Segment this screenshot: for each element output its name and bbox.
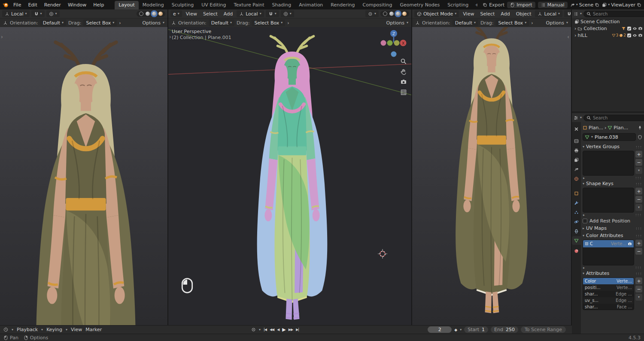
outliner-search-input[interactable] <box>593 12 644 16</box>
subpanel-closed-icon[interactable]: ▸ <box>583 213 585 217</box>
menu-select[interactable]: Select <box>478 11 497 17</box>
shield-icon[interactable] <box>638 135 642 140</box>
menu-view[interactable]: View <box>184 11 199 17</box>
workspace-tab-layout[interactable]: Layout <box>115 1 138 9</box>
properties-search[interactable] <box>583 115 644 121</box>
outliner-row-collection[interactable]: › Collection <box>572 25 644 32</box>
options-dropdown[interactable]: Options <box>386 20 404 26</box>
vertex-groups-list[interactable] <box>583 151 634 176</box>
panel-header-attributes[interactable]: ▾ Attributes <box>583 270 642 277</box>
render-color-icon[interactable] <box>628 242 632 246</box>
outliner-row-object[interactable]: › hILL 3 2 <box>572 32 644 39</box>
workspace-tab-scripting[interactable]: Scripting <box>444 1 472 9</box>
menu-select[interactable]: Select <box>201 11 220 17</box>
attributes-list[interactable]: Color Verte... positi... Verte... shar..… <box>583 277 634 310</box>
transform-orientation-dropdown[interactable]: Local ▾ <box>535 10 562 17</box>
options-dropdown[interactable]: Options <box>143 20 161 26</box>
panel-grip-icon[interactable] <box>635 234 642 237</box>
color-attributes-list[interactable]: C Verte... <box>583 240 634 265</box>
viewport-center-canvas[interactable]: › User Perspective (2) Collection | Plan… <box>168 27 411 325</box>
checkbox-icon[interactable] <box>627 26 632 31</box>
viewport-right-canvas[interactable]: ‹ <box>412 27 571 325</box>
auto-keyframe-icon[interactable] <box>251 327 256 332</box>
add-workspace-button[interactable]: + <box>472 1 477 9</box>
panel-header-vertex-groups[interactable]: ▾ Vertex Groups <box>583 143 642 150</box>
tab-object-data-properties[interactable] <box>572 236 581 245</box>
attribute-row[interactable]: Color Verte... <box>583 278 634 284</box>
next-keyframe-button[interactable]: ▶▶ <box>289 328 293 332</box>
jump-to-start-button[interactable]: |◀ <box>264 328 267 332</box>
workspace-tab-sculpting[interactable]: Sculpting <box>168 1 197 9</box>
add-attribute-button[interactable]: + <box>635 277 642 284</box>
new-scene-icon[interactable] <box>595 3 599 7</box>
panel-header-color-attributes[interactable]: ▾ Color Attributes <box>583 232 642 239</box>
to-scene-range-button[interactable]: To Scene Range <box>521 326 566 333</box>
tab-render-properties[interactable] <box>572 137 581 145</box>
exclude-filter-icon[interactable] <box>621 26 626 31</box>
drag-value-dropdown[interactable]: Select Box ▾ <box>495 19 529 26</box>
remove-color-attribute-button[interactable]: − <box>635 248 642 255</box>
end-frame-field[interactable]: End 250 <box>491 326 518 333</box>
orientation-value-dropdown[interactable]: Default ▾ <box>40 19 66 26</box>
workspace-tab-shading[interactable]: Shading <box>268 1 295 9</box>
tool-settings-expand-icon[interactable]: › <box>119 20 121 26</box>
drag-value-dropdown[interactable]: Select Box ▾ <box>252 19 285 26</box>
playback-menu[interactable]: Playback <box>17 327 38 332</box>
menu-add[interactable]: Add <box>222 11 235 17</box>
attribute-row[interactable]: uv_s... Edge ... <box>583 297 634 304</box>
solid-shading-icon[interactable] <box>389 12 394 16</box>
tab-material-properties[interactable] <box>572 247 581 255</box>
tool-settings-expand-icon[interactable]: › <box>287 20 289 26</box>
pan-hand-icon[interactable] <box>400 68 407 75</box>
expand-icon[interactable]: › <box>574 33 576 38</box>
menu-add[interactable]: Add <box>498 11 512 17</box>
workspace-tab-uv-editing[interactable]: UV Editing <box>197 1 230 9</box>
tab-tool-properties[interactable] <box>572 125 581 133</box>
mode-dropdown[interactable]: Object Mode ▾ <box>414 10 459 17</box>
hide-eye-icon[interactable] <box>632 33 637 38</box>
viewport-shading-modes[interactable] <box>380 11 409 17</box>
proportional-editing-dropdown[interactable]: ▾ <box>281 10 294 17</box>
wireframe-shading-icon[interactable] <box>383 12 387 16</box>
subpanel-closed-icon[interactable]: ▸ <box>583 266 585 270</box>
panel-grip-icon[interactable] <box>635 227 642 230</box>
attribute-row[interactable]: shar... Edge ... <box>583 291 634 297</box>
panel-header-shape-keys[interactable]: ▾ Shape Keys <box>583 180 642 187</box>
color-attribute-row-selected[interactable]: C Verte... <box>583 240 634 247</box>
add-color-attribute-button[interactable]: + <box>635 240 642 247</box>
breadcrumb-object[interactable]: Plan... <box>589 125 603 131</box>
menu-edit[interactable]: Edit <box>25 2 40 8</box>
view-menu[interactable]: View <box>71 327 82 332</box>
snapping-dropdown[interactable]: ▾ <box>31 10 45 17</box>
workspace-tab-geometry-nodes[interactable]: Geometry Nodes <box>396 1 444 9</box>
add-rest-position-checkbox[interactable] <box>583 219 587 223</box>
viewlayer-selector[interactable]: ▾ ViewLayer <box>602 2 641 8</box>
checkbox-icon[interactable] <box>627 33 632 38</box>
material-preview-shading-icon[interactable] <box>396 12 400 16</box>
attribute-specials-dropdown[interactable]: ▾ <box>635 294 642 301</box>
properties-editor-icon[interactable] <box>574 116 578 120</box>
tab-output-properties[interactable] <box>572 146 581 155</box>
viewport-shading-modes[interactable] <box>137 11 165 17</box>
properties-search-input[interactable] <box>593 116 644 120</box>
viewport-left-canvas[interactable]: › <box>0 27 167 325</box>
play-reverse-button[interactable]: ◀ <box>277 328 279 332</box>
drag-value-dropdown[interactable]: Select Box ▾ <box>83 19 117 26</box>
tab-object-properties[interactable] <box>572 189 581 198</box>
breadcrumb-data[interactable]: Plan... <box>614 125 628 131</box>
expand-icon[interactable]: › <box>574 26 576 31</box>
workspace-tab-compositing[interactable]: Compositing <box>359 1 396 9</box>
wireframe-shading-icon[interactable] <box>139 12 143 16</box>
overlays-dropdown[interactable]: ▾ <box>365 10 379 17</box>
export-button[interactable]: Export <box>483 2 504 8</box>
render-visibility-icon[interactable] <box>638 33 643 38</box>
snapping-dropdown[interactable]: ▾ <box>564 10 571 17</box>
start-frame-field[interactable]: Start 1 <box>464 326 488 333</box>
workspace-tab-rendering[interactable]: Rendering <box>327 1 358 9</box>
render-visibility-icon[interactable] <box>638 26 643 31</box>
outliner-editor-icon[interactable] <box>574 12 578 16</box>
add-vertex-group-button[interactable]: + <box>635 151 642 158</box>
remove-vertex-group-button[interactable]: − <box>635 159 642 166</box>
outliner-row-scene-collection[interactable]: Scene Collection <box>572 18 644 25</box>
ortho-grid-icon[interactable] <box>400 89 407 96</box>
